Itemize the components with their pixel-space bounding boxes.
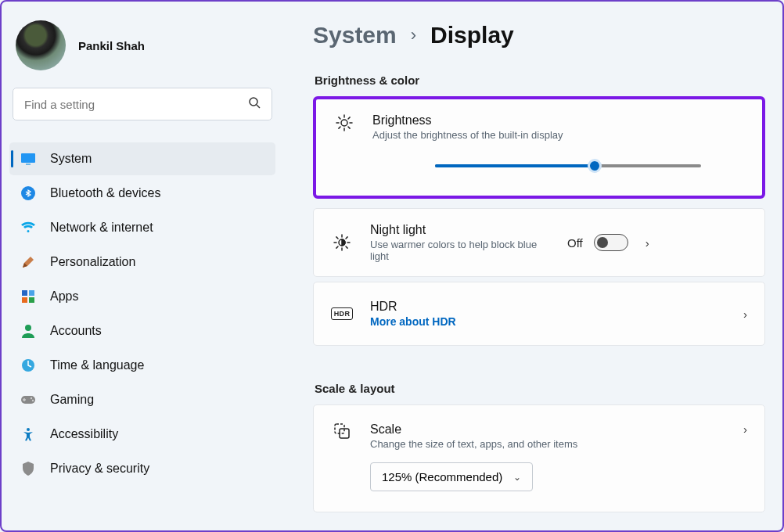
night-light-icon xyxy=(331,233,353,252)
nav-item-network[interactable]: Network & internet xyxy=(9,211,275,244)
gamepad-icon xyxy=(20,394,36,405)
nav-item-privacy[interactable]: Privacy & security xyxy=(9,452,275,485)
nav-label: Bluetooth & devices xyxy=(50,186,160,200)
chevron-down-icon: ⌄ xyxy=(513,472,521,483)
night-light-toggle[interactable] xyxy=(594,234,628,251)
search-icon xyxy=(248,96,261,112)
brightness-card: Brightness Adjust the brightness of the … xyxy=(313,96,765,199)
apps-icon xyxy=(20,289,36,304)
svg-point-12 xyxy=(31,397,32,399)
svg-rect-6 xyxy=(29,290,34,296)
section-heading-scale-layout: Scale & layout xyxy=(315,382,765,395)
avatar xyxy=(16,20,66,70)
sidebar: Pankil Shah System Bluetooth & devices xyxy=(2,2,283,530)
svg-line-1 xyxy=(257,105,260,108)
nav-label: System xyxy=(50,152,92,166)
scale-selected-value: 125% (Recommended) xyxy=(382,470,502,483)
night-light-card[interactable]: Night light Use warmer colors to help bl… xyxy=(313,208,765,277)
brightness-slider[interactable] xyxy=(435,160,701,172)
hdr-more-link[interactable]: More about HDR xyxy=(370,315,726,328)
svg-rect-8 xyxy=(29,297,34,303)
person-icon xyxy=(20,324,36,338)
nav-item-personalization[interactable]: Personalization xyxy=(9,246,275,279)
svg-point-15 xyxy=(341,120,347,126)
nav: System Bluetooth & devices Network & int… xyxy=(9,142,275,485)
nav-item-apps[interactable]: Apps xyxy=(9,280,275,313)
section-heading-brightness-color: Brightness & color xyxy=(315,74,765,87)
nav-label: Time & language xyxy=(50,358,144,372)
scale-title: Scale xyxy=(370,422,726,437)
paintbrush-icon xyxy=(20,255,36,269)
system-icon xyxy=(20,153,36,165)
shield-icon xyxy=(20,462,36,476)
svg-point-13 xyxy=(32,400,34,401)
svg-line-30 xyxy=(346,246,347,248)
svg-line-20 xyxy=(339,117,340,119)
nav-label: Network & internet xyxy=(50,221,153,235)
slider-thumb[interactable] xyxy=(588,159,602,173)
profile-name: Pankil Shah xyxy=(78,39,145,52)
chevron-right-icon[interactable]: › xyxy=(743,307,747,321)
svg-line-29 xyxy=(336,237,338,239)
svg-rect-2 xyxy=(21,153,35,163)
scale-card[interactable]: Scale Change the size of text, apps, and… xyxy=(313,404,765,512)
brightness-subtitle: Adjust the brightness of the built-in di… xyxy=(372,129,745,141)
accessibility-icon xyxy=(20,427,36,441)
svg-point-14 xyxy=(27,428,30,431)
svg-line-23 xyxy=(348,117,350,119)
svg-point-9 xyxy=(25,325,31,331)
svg-rect-3 xyxy=(26,164,31,165)
slider-fill xyxy=(435,164,595,167)
breadcrumb-parent[interactable]: System xyxy=(313,22,397,49)
nav-label: Accounts xyxy=(50,324,102,338)
profile-block[interactable]: Pankil Shah xyxy=(9,11,275,88)
nav-label: Privacy & security xyxy=(50,462,149,476)
page-title: Display xyxy=(430,22,514,49)
clock-globe-icon xyxy=(20,358,36,372)
hdr-title: HDR xyxy=(370,300,726,314)
search-box[interactable] xyxy=(13,88,272,120)
hdr-card[interactable]: HDR HDR More about HDR › xyxy=(313,282,765,346)
svg-rect-5 xyxy=(22,290,27,296)
nav-item-time[interactable]: Time & language xyxy=(9,349,275,382)
scale-icon xyxy=(331,422,353,440)
main-content: System › Display Brightness & color Brig… xyxy=(283,2,782,530)
nav-item-accounts[interactable]: Accounts xyxy=(9,315,275,347)
svg-rect-7 xyxy=(22,297,27,303)
sun-icon xyxy=(333,113,355,132)
night-light-state: Off xyxy=(567,236,583,250)
wifi-icon xyxy=(20,221,36,234)
night-light-title: Night light xyxy=(370,223,550,237)
chevron-right-icon: › xyxy=(411,25,416,45)
nav-item-accessibility[interactable]: Accessibility xyxy=(9,418,275,451)
night-light-subtitle: Use warmer colors to help block blue lig… xyxy=(370,239,550,262)
nav-label: Gaming xyxy=(50,393,94,407)
nav-label: Accessibility xyxy=(50,427,118,441)
svg-point-0 xyxy=(250,98,257,106)
brightness-title: Brightness xyxy=(372,113,745,128)
svg-line-31 xyxy=(336,246,338,248)
nav-item-bluetooth[interactable]: Bluetooth & devices xyxy=(9,177,275,210)
scale-dropdown[interactable]: 125% (Recommended) ⌄ xyxy=(370,462,533,491)
chevron-right-icon[interactable]: › xyxy=(743,422,747,436)
nav-item-gaming[interactable]: Gaming xyxy=(9,383,275,416)
svg-line-21 xyxy=(348,127,350,128)
breadcrumb: System › Display xyxy=(313,22,765,49)
bluetooth-icon xyxy=(20,186,36,200)
svg-line-22 xyxy=(339,127,340,128)
hdr-icon: HDR xyxy=(331,307,353,320)
nav-label: Apps xyxy=(50,289,78,304)
chevron-right-icon[interactable]: › xyxy=(646,236,649,250)
svg-line-32 xyxy=(346,237,347,239)
nav-label: Personalization xyxy=(50,255,135,269)
search-input[interactable] xyxy=(24,98,248,111)
scale-subtitle: Change the size of text, apps, and other… xyxy=(370,438,726,450)
nav-item-system[interactable]: System xyxy=(9,142,275,175)
